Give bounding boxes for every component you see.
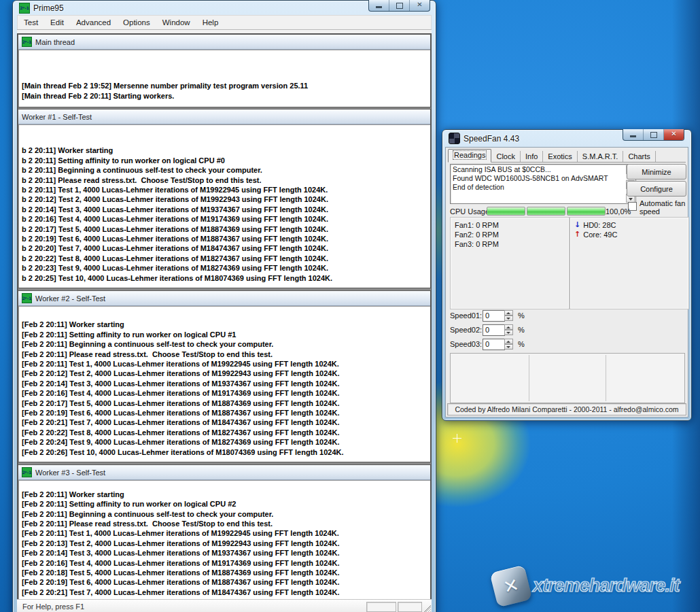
worker2-title: Worker #2 - Self-Test xyxy=(35,294,105,303)
log-line: b 2 20:11] Setting affinity to run worke… xyxy=(22,156,427,165)
speedfan-client: Readings Clock Info Exotics S.M.A.R.T. C… xyxy=(445,147,688,418)
log-line: [Feb 2 20:11] Worker starting xyxy=(22,320,427,329)
log-line: [Feb 2 20:11] Test 1, 4000 Lucas-Lehmer … xyxy=(22,528,427,538)
prime95-titlebar[interactable]: 2ᵖ-1 Prime95 ✕ xyxy=(13,1,436,15)
menu-test[interactable]: Test xyxy=(18,17,44,28)
log-line: End of detection xyxy=(453,183,625,192)
minimize-icon xyxy=(630,135,636,137)
log-line: [Feb 2 20:21] Test 7, 4000 Lucas-Lehmer … xyxy=(22,588,427,597)
speed01-input[interactable]: 0 xyxy=(483,310,505,322)
stepper-down-button[interactable] xyxy=(504,344,513,350)
tab-info[interactable]: Info xyxy=(521,151,543,162)
maximize-button[interactable] xyxy=(644,129,664,140)
speed02-stepper[interactable] xyxy=(504,324,513,336)
panel-divider xyxy=(606,355,606,401)
arrow-up-icon xyxy=(506,341,510,343)
log-line: [Main thread Feb 2 19:52] Mersenne numbe… xyxy=(22,81,427,90)
temp-up-arrow-icon: ↑ xyxy=(574,230,580,239)
tab-smart[interactable]: S.M.A.R.T. xyxy=(578,151,624,162)
close-icon: ✕ xyxy=(410,1,430,8)
empty-readings-panel xyxy=(450,353,685,403)
tab-clock[interactable]: Clock xyxy=(491,151,521,162)
menu-help[interactable]: Help xyxy=(196,17,225,28)
log-line: [Feb 2 20:11] Setting affinity to run wo… xyxy=(22,499,427,509)
worker1-log: b 2 20:11] Worker startingb 2 20:11] Set… xyxy=(18,124,430,288)
maximize-button[interactable] xyxy=(389,0,410,11)
log-line: [Feb 2 20:11] Please read stress.txt. Ch… xyxy=(22,519,427,528)
log-line: b 2 20:11] Beginning a continuous self-t… xyxy=(22,165,427,175)
log-line: b 2 20:12] Test 2, 4000 Lucas-Lehmer ite… xyxy=(22,194,427,204)
temp-row-hd0: ↓ HD0: 28C xyxy=(574,220,688,230)
temp-hd0-value: HD0: 28C xyxy=(583,220,616,230)
speed01-label: Speed01: xyxy=(450,311,482,320)
stepper-up-button[interactable] xyxy=(504,324,513,330)
speed02-input[interactable]: 0 xyxy=(483,324,505,336)
speed03-label: Speed03: xyxy=(450,340,482,348)
speed03-stepper[interactable] xyxy=(504,339,513,350)
log-line: b 2 20:16] Test 4, 4000 Lucas-Lehmer ite… xyxy=(22,214,427,224)
log-line: [Feb 2 20:14] Test 3, 4000 Lucas-Lehmer … xyxy=(22,379,427,388)
log-line: b 2 20:11] Please read stress.txt. Choos… xyxy=(22,175,427,185)
menu-options[interactable]: Options xyxy=(117,17,156,28)
temperature-readings-group: ↓ HD0: 28C ↑ Core: 49C xyxy=(570,217,689,309)
worker3-titlebar[interactable]: 2ᵖ-1 Worker #3 - Self-Test xyxy=(18,465,430,480)
log-line: Fan1: 0 RPM xyxy=(455,220,569,230)
log-line: [Feb 2 20:21] Test 7, 4000 Lucas-Lehmer … xyxy=(22,418,427,427)
menu-window[interactable]: Window xyxy=(156,17,196,28)
menu-advanced[interactable]: Advanced xyxy=(70,17,117,28)
stepper-down-button[interactable] xyxy=(504,330,513,335)
worker2-window: 2ᵖ-1 Worker #2 - Self-Test [Feb 2 20:11]… xyxy=(18,290,431,462)
log-line: b 2 20:22] Test 8, 4000 Lucas-Lehmer ite… xyxy=(22,254,427,263)
stepper-up-button[interactable] xyxy=(504,310,513,316)
arrow-up-icon xyxy=(506,312,510,314)
prime95-icon: 2ᵖ-1 xyxy=(19,3,30,14)
stepper-up-button[interactable] xyxy=(504,339,513,344)
status-panel xyxy=(366,602,396,612)
cursor-sparkle-icon xyxy=(453,434,461,443)
minimize-button[interactable] xyxy=(623,129,644,140)
log-line: [Feb 2 20:18] Test 5, 4000 Lucas-Lehmer … xyxy=(22,568,427,577)
speed01-stepper[interactable] xyxy=(504,310,513,322)
prime95-mdi-area: 2ᵖ-1 Main thread [Main thread Feb 2 19:5… xyxy=(17,33,432,600)
log-line: b 2 20:11] Test 1, 4000 Lucas-Lehmer ite… xyxy=(22,185,427,194)
tab-readings[interactable]: Readings xyxy=(448,149,491,163)
maximize-icon xyxy=(396,3,403,9)
cpu-usage-bars xyxy=(487,207,606,216)
speedfan-tab-bar: Readings Clock Info Exotics S.M.A.R.T. C… xyxy=(448,150,686,163)
worker1-title: Worker #1 - Self-Test xyxy=(22,113,92,121)
log-line: [Feb 2 20:24] Test 9, 4000 Lucas-Lehmer … xyxy=(22,437,427,447)
cpu-usage-bar xyxy=(567,207,606,216)
worker1-window: Worker #1 - Self-Test b 2 20:11] Worker … xyxy=(18,109,431,288)
prime95-icon: 2ᵖ-1 xyxy=(22,467,32,477)
speed03-input[interactable]: 0 xyxy=(483,339,505,350)
worker3-title: Worker #3 - Self-Test xyxy=(35,469,105,477)
arrow-down-icon xyxy=(506,318,510,320)
tab-charts[interactable]: Charts xyxy=(623,151,655,162)
speed01-unit: % xyxy=(518,311,525,320)
arrow-up-icon xyxy=(506,326,510,328)
prime95-title: Prime95 xyxy=(33,3,64,13)
log-line: [Feb 2 20:17] Test 5, 4000 Lucas-Lehmer … xyxy=(22,398,427,408)
maximize-icon xyxy=(650,132,657,138)
cpu-usage-value: 100,0% xyxy=(606,207,631,216)
close-button[interactable]: ✕ xyxy=(664,129,684,140)
close-button[interactable]: ✕ xyxy=(410,0,430,11)
tab-exotics[interactable]: Exotics xyxy=(543,151,577,162)
main-thread-titlebar[interactable]: 2ᵖ-1 Main thread xyxy=(18,35,430,50)
minimize-button[interactable] xyxy=(369,0,389,11)
menu-edit[interactable]: Edit xyxy=(44,17,70,28)
log-line: b 2 20:23] Test 9, 4000 Lucas-Lehmer ite… xyxy=(22,263,427,273)
wallpaper-swoosh-line xyxy=(397,528,700,612)
worker2-titlebar[interactable]: 2ᵖ-1 Worker #2 - Self-Test xyxy=(18,291,430,306)
stepper-down-button[interactable] xyxy=(504,316,513,321)
resize-grip[interactable] xyxy=(423,605,431,612)
log-line: b 2 20:17] Test 5, 4000 Lucas-Lehmer ite… xyxy=(22,224,427,234)
minimize-app-button[interactable]: Minimize xyxy=(627,164,686,180)
worker1-titlebar[interactable]: Worker #1 - Self-Test xyxy=(18,109,430,124)
prime95-icon: 2ᵖ-1 xyxy=(22,293,32,303)
log-line: b 2 20:20] Test 7, 4000 Lucas-Lehmer ite… xyxy=(22,243,427,253)
speedfan-titlebar[interactable]: SpeedFan 4.43 ✕ xyxy=(442,130,691,147)
prime95-menubar: Test Edit Advanced Options Window Help xyxy=(17,15,432,29)
log-line: Fan3: 0 RPM xyxy=(455,239,569,249)
configure-button[interactable]: Configure xyxy=(627,181,686,197)
